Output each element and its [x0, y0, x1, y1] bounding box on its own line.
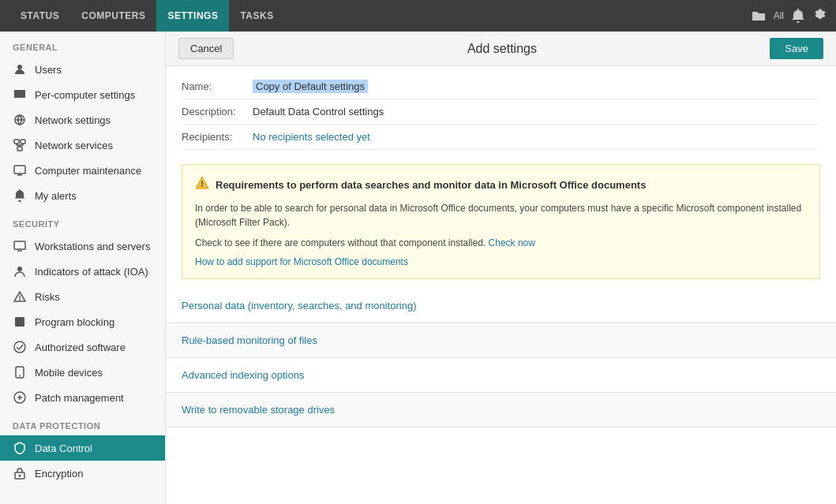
svg-rect-9 — [15, 317, 24, 327]
warning-body-1: In order to be able to search for person… — [195, 201, 807, 230]
top-nav-icons: All — [752, 9, 827, 23]
svg-rect-3 — [14, 140, 19, 144]
howto-link[interactable]: How to add support for Microsoft Office … — [195, 256, 807, 267]
folder-icon[interactable] — [752, 9, 766, 22]
svg-point-8 — [17, 267, 22, 271]
bell-icon[interactable] — [792, 9, 804, 23]
sidebar-item-per-computer[interactable]: Per-computer settings — [0, 82, 165, 107]
form-section: Name: Copy of Default settings Descripti… — [166, 66, 836, 158]
sidebar-item-users-label: Users — [35, 64, 62, 76]
accordion-item-rule-based: Rule-based monitoring of files — [166, 323, 836, 358]
accordion-item-write-removable: Write to removable storage drives — [166, 393, 836, 427]
sidebar-item-my-alerts[interactable]: My alerts — [0, 183, 165, 208]
sidebar-item-workstations[interactable]: Workstations and servers — [0, 233, 165, 259]
folder-label: All — [774, 10, 784, 21]
check-now-link[interactable]: Check now — [489, 237, 535, 248]
warning-box: Requirements to perform data searches an… — [182, 164, 820, 279]
computer-maintenance-icon — [13, 163, 27, 177]
patch-management-icon — [13, 390, 27, 405]
svg-point-12 — [19, 375, 21, 377]
mobile-devices-icon — [13, 365, 27, 379]
warning-body-2: Check to see if there are computers with… — [195, 236, 807, 250]
accordion-header-advanced-indexing[interactable]: Advanced indexing options — [166, 358, 836, 392]
accordion-header-write-removable[interactable]: Write to removable storage drives — [166, 393, 836, 427]
sidebar-item-ioa-label: Indicators of attack (IOA) — [35, 266, 148, 278]
content-area: Cancel Add settings Save Name: Copy of D… — [166, 32, 836, 504]
sidebar-item-mobile-devices[interactable]: Mobile devices — [0, 360, 165, 385]
gear-icon[interactable] — [812, 9, 827, 23]
nav-settings[interactable]: SETTINGS — [156, 0, 229, 32]
warning-icon — [195, 176, 209, 193]
accordion-header-personal-data[interactable]: Personal data (inventory, searches, and … — [166, 289, 836, 323]
sidebar-item-mobile-devices-label: Mobile devices — [35, 367, 103, 379]
sidebar-item-authorized-software[interactable]: Authorized software — [0, 334, 165, 360]
nav-tasks[interactable]: TASKS — [229, 0, 284, 32]
sidebar-item-authorized-software-label: Authorized software — [35, 342, 126, 353]
top-navigation: STATUS COMPUTERS SETTINGS TASKS All — [0, 0, 836, 32]
sidebar-item-computer-maintenance[interactable]: Computer maintenance — [0, 158, 165, 183]
main-layout: GENERAL Users Per-computer settings Netw… — [0, 32, 836, 504]
sidebar-section-data-protection: DATA PROTECTION — [0, 410, 165, 435]
recipients-label: Recipients: — [182, 131, 253, 143]
name-value: Copy of Default settings — [253, 80, 368, 93]
svg-point-10 — [14, 342, 25, 353]
sidebar-item-risks-label: Risks — [35, 291, 60, 303]
network-settings-icon — [13, 113, 27, 127]
sidebar-section-general: GENERAL — [0, 32, 165, 57]
svg-point-15 — [19, 475, 21, 477]
content-header: Cancel Add settings Save — [166, 32, 836, 66]
accordion-item-advanced-indexing: Advanced indexing options — [166, 358, 836, 393]
accordion-list: Personal data (inventory, searches, and … — [166, 289, 836, 504]
sidebar-item-network-services[interactable]: Network services — [0, 133, 165, 158]
per-computer-icon — [13, 88, 27, 102]
sidebar-item-network-settings-label: Network settings — [35, 114, 111, 126]
save-button[interactable]: Save — [770, 38, 823, 59]
data-control-icon — [13, 441, 27, 455]
sidebar-item-users[interactable]: Users — [0, 57, 165, 82]
ioa-icon — [13, 264, 27, 278]
page-title: Add settings — [234, 42, 770, 56]
sidebar-item-my-alerts-label: My alerts — [35, 190, 77, 202]
sidebar-item-program-blocking-label: Program blocking — [35, 316, 114, 328]
warning-title-text: Requirements to perform data searches an… — [216, 179, 646, 191]
sidebar-item-ioa[interactable]: Indicators of attack (IOA) — [0, 259, 165, 284]
program-blocking-icon — [13, 315, 27, 329]
sidebar-item-patch-management[interactable]: Patch management — [0, 385, 165, 410]
sidebar-item-encryption-label: Encryption — [35, 468, 83, 480]
accordion-header-rule-based[interactable]: Rule-based monitoring of files — [166, 323, 836, 357]
name-label: Name: — [182, 80, 253, 92]
encryption-icon — [13, 466, 27, 480]
sidebar-item-network-settings[interactable]: Network settings — [0, 107, 165, 133]
workstations-icon — [13, 239, 27, 253]
sidebar-item-data-control-label: Data Control — [35, 442, 92, 454]
nav-status[interactable]: STATUS — [9, 0, 70, 32]
authorized-software-icon — [13, 340, 27, 354]
description-label: Description: — [182, 106, 253, 118]
sidebar: GENERAL Users Per-computer settings Netw… — [0, 32, 166, 504]
sidebar-item-patch-management-label: Patch management — [35, 392, 124, 404]
cancel-button[interactable]: Cancel — [178, 38, 234, 59]
recipients-row: Recipients: No recipients selected yet — [182, 125, 820, 150]
users-icon — [13, 62, 27, 77]
warning-title: Requirements to perform data searches an… — [195, 176, 807, 193]
accordion-item-personal-data: Personal data (inventory, searches, and … — [166, 289, 836, 323]
sidebar-item-risks[interactable]: Risks — [0, 284, 165, 309]
sidebar-section-security: SECURITY — [0, 208, 165, 233]
sidebar-item-per-computer-label: Per-computer settings — [35, 89, 135, 101]
sidebar-item-workstations-label: Workstations and servers — [35, 241, 150, 252]
nav-computers[interactable]: COMPUTERS — [70, 0, 156, 32]
svg-rect-6 — [14, 166, 25, 174]
sidebar-item-encryption[interactable]: Encryption — [0, 461, 165, 486]
svg-point-0 — [17, 65, 22, 69]
sidebar-item-computer-maintenance-label: Computer maintenance — [35, 165, 141, 177]
description-value: Default Data Control settings — [253, 106, 384, 118]
svg-rect-7 — [14, 241, 25, 249]
svg-rect-5 — [17, 147, 22, 151]
sidebar-item-data-control[interactable]: Data Control — [0, 435, 165, 461]
my-alerts-icon — [13, 189, 27, 203]
sidebar-item-program-blocking[interactable]: Program blocking — [0, 309, 165, 334]
sidebar-item-network-services-label: Network services — [35, 140, 113, 151]
svg-rect-1 — [14, 90, 25, 98]
recipients-value[interactable]: No recipients selected yet — [253, 131, 370, 143]
network-services-icon — [13, 138, 27, 152]
